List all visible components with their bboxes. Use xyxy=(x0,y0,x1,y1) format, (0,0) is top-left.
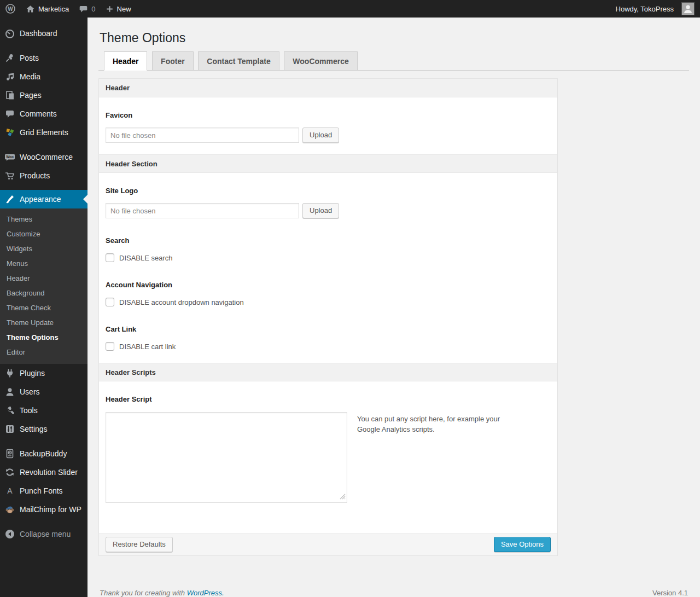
letter-a-icon: A xyxy=(4,485,15,496)
howdy-account-menu[interactable]: Howdy, TokoPress xyxy=(611,0,695,18)
theme-options-panel: Header Favicon Upload Header Section Sit… xyxy=(98,78,558,556)
avatar xyxy=(681,2,695,15)
tab-contact-template[interactable]: Contact Template xyxy=(198,51,279,71)
comments-menu[interactable]: 0 xyxy=(74,0,100,18)
new-menu[interactable]: New xyxy=(101,0,136,18)
sidebar-item-backupbuddy[interactable]: BackupBuddy xyxy=(0,444,88,463)
site-logo-file-input[interactable] xyxy=(106,203,299,218)
site-name-label: Marketica xyxy=(38,5,69,13)
sidebar-item-punch-fonts[interactable]: A Punch Fonts xyxy=(0,482,88,500)
sidebar-item-label: Collapse menu xyxy=(20,530,71,538)
pages-icon xyxy=(4,90,15,101)
woocommerce-icon: Woo xyxy=(4,152,15,163)
account-navigation-label: Account Navigation xyxy=(106,267,551,289)
header-script-label: Header Script xyxy=(106,381,551,403)
sidebar-item-posts[interactable]: Posts xyxy=(0,49,88,67)
wordpress-link[interactable]: WordPress. xyxy=(187,589,224,597)
submenu-item-menus[interactable]: Menus xyxy=(0,256,88,271)
disable-account-nav-checkbox[interactable] xyxy=(106,298,114,306)
site-name-menu[interactable]: Marketica xyxy=(21,0,74,18)
sidebar-item-label: Tools xyxy=(20,406,38,415)
sidebar-item-comments[interactable]: Comments xyxy=(0,105,88,123)
sidebar-item-label: Users xyxy=(20,387,40,396)
sidebar-item-label: Revolution Slider xyxy=(20,468,78,477)
submenu-item-widgets[interactable]: Widgets xyxy=(0,241,88,256)
sidebar-item-label: Pages xyxy=(20,91,42,100)
submenu-item-themes[interactable]: Themes xyxy=(0,212,88,227)
settings-icon xyxy=(4,424,15,434)
sidebar-item-media[interactable]: Media xyxy=(0,67,88,86)
restore-defaults-button[interactable]: Restore Defaults xyxy=(106,537,173,552)
sidebar-item-label: Media xyxy=(20,72,40,81)
wordpress-logo-icon: W xyxy=(5,3,16,14)
sidebar-item-grid-elements[interactable]: Grid Elements xyxy=(0,123,88,142)
home-icon xyxy=(26,4,35,14)
panel-footer: Restore Defaults Save Options xyxy=(99,533,557,555)
section-header-scripts: Header Scripts xyxy=(99,363,557,381)
mailchimp-monkey-icon xyxy=(4,504,15,515)
sidebar-item-label: Punch Fonts xyxy=(20,486,63,495)
pushpin-icon xyxy=(4,53,15,63)
comment-icon xyxy=(4,108,15,119)
favicon-upload-button[interactable]: Upload xyxy=(302,127,339,143)
collapse-arrow-icon xyxy=(4,529,15,540)
sidebar-item-label: MailChimp for WP xyxy=(20,505,81,514)
submenu-item-editor[interactable]: Editor xyxy=(0,345,88,360)
save-options-button[interactable]: Save Options xyxy=(494,537,551,552)
site-logo-upload-button[interactable]: Upload xyxy=(302,203,339,218)
footer-version: Version 4.1 xyxy=(652,589,688,597)
plus-icon xyxy=(106,5,114,13)
sidebar-item-label: Grid Elements xyxy=(20,128,68,137)
user-icon xyxy=(4,386,15,397)
resize-handle-icon[interactable] xyxy=(340,493,346,501)
search-label: Search xyxy=(106,230,551,245)
favicon-label: Favicon xyxy=(106,97,551,119)
disable-account-nav-label: DISABLE account dropdown navigation xyxy=(119,298,244,306)
disable-cart-link-checkbox[interactable] xyxy=(106,342,114,351)
header-script-textarea[interactable] xyxy=(106,412,347,503)
sidebar-item-dashboard[interactable]: Dashboard xyxy=(0,24,88,43)
sidebar-item-label: Appearance xyxy=(20,195,61,204)
tab-footer[interactable]: Footer xyxy=(152,51,194,71)
submenu-item-header[interactable]: Header xyxy=(0,271,88,286)
howdy-label: Howdy, TokoPress xyxy=(616,5,674,13)
tab-woocommerce[interactable]: WooCommerce xyxy=(284,51,357,71)
sidebar-item-pages[interactable]: Pages xyxy=(0,86,88,105)
collapse-menu-button[interactable]: Collapse menu xyxy=(0,525,88,543)
cart-link-label: Cart Link xyxy=(106,311,551,333)
sidebar-item-mailchimp[interactable]: MailChimp for WP xyxy=(0,500,88,519)
submenu-item-customize[interactable]: Customize xyxy=(0,227,88,241)
sidebar-item-users[interactable]: Users xyxy=(0,382,88,401)
sidebar-item-plugins[interactable]: Plugins xyxy=(0,364,88,382)
submenu-item-background[interactable]: Background xyxy=(0,286,88,300)
wordpress-logo-menu[interactable]: W xyxy=(0,0,21,18)
sidebar-item-tools[interactable]: Tools xyxy=(0,401,88,420)
svg-text:Woo: Woo xyxy=(6,155,14,159)
sidebar-item-appearance[interactable]: Appearance xyxy=(0,190,88,208)
disable-search-checkbox[interactable] xyxy=(106,253,114,262)
media-icon xyxy=(4,71,15,82)
sidebar-item-label: Comments xyxy=(20,109,57,118)
brush-icon xyxy=(4,194,15,205)
sidebar-item-label: Products xyxy=(20,171,50,180)
section-header: Header xyxy=(99,79,557,97)
sidebar-item-settings[interactable]: Settings xyxy=(0,420,88,438)
sidebar-item-label: BackupBuddy xyxy=(20,449,67,458)
appearance-submenu: Themes Customize Widgets Menus Header Ba… xyxy=(0,208,88,364)
submenu-item-theme-options[interactable]: Theme Options xyxy=(0,330,88,345)
disable-search-label: DISABLE search xyxy=(119,254,173,262)
submenu-item-theme-check[interactable]: Theme Check xyxy=(0,300,88,315)
cart-icon xyxy=(4,170,15,181)
site-logo-label: Site Logo xyxy=(106,173,551,195)
sidebar-item-woocommerce[interactable]: Woo WooCommerce xyxy=(0,148,88,166)
sidebar-item-label: WooCommerce xyxy=(20,153,73,161)
favicon-file-input[interactable] xyxy=(106,127,299,143)
svg-text:A: A xyxy=(7,486,13,495)
refresh-arrows-icon xyxy=(4,467,15,478)
submenu-item-theme-update[interactable]: Theme Update xyxy=(0,315,88,330)
tab-header[interactable]: Header xyxy=(104,51,147,71)
sidebar-item-revolution-slider[interactable]: Revolution Slider xyxy=(0,463,88,482)
plugin-icon xyxy=(4,368,15,379)
sidebar-item-products[interactable]: Products xyxy=(0,166,88,185)
section-header-section: Header Section xyxy=(99,154,557,173)
